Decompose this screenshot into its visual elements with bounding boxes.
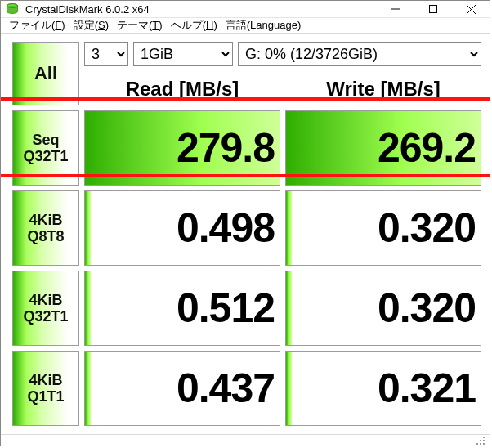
menu-help[interactable]: ヘルプ(H)	[168, 18, 221, 33]
test-button-seq-q32t1[interactable]: Seq Q32T1	[12, 110, 79, 186]
menu-settings[interactable]: 設定(S)	[70, 18, 112, 33]
app-icon	[4, 1, 20, 17]
svg-rect-7	[480, 440, 481, 441]
header-read: Read [MB/s]	[84, 73, 280, 105]
write-value-4kib-q1t1: 0.321	[285, 351, 481, 426]
window-title: CrystalDiskMark 6.0.2 x64	[25, 3, 377, 16]
menu-file[interactable]: ファイル(F)	[6, 18, 69, 33]
read-value-seq-q32t1: 279.8	[84, 110, 280, 186]
write-value-4kib-q8t8: 0.320	[285, 190, 481, 266]
svg-rect-6	[483, 437, 485, 438]
menu-language[interactable]: 言語(Language)	[222, 18, 305, 33]
svg-rect-11	[483, 443, 485, 445]
menu-theme[interactable]: テーマ(T)	[114, 18, 166, 33]
read-value-4kib-q8t8: 0.498	[84, 190, 280, 266]
minimize-button[interactable]	[377, 1, 414, 17]
statusbar	[1, 434, 490, 446]
menubar: ファイル(F) 設定(S) テーマ(T) ヘルプ(H) 言語(Language)	[1, 18, 490, 34]
runs-select[interactable]: 3	[84, 42, 128, 66]
content-grid: All 3 1GiB G: 0% (12/3726GiB) Read [MB/s…	[1, 34, 490, 434]
maximize-button[interactable]	[414, 1, 452, 17]
read-value-4kib-q1t1: 0.437	[84, 351, 280, 426]
write-value-4kib-q32t1: 0.320	[285, 271, 481, 346]
svg-rect-10	[480, 443, 481, 445]
test-button-4kib-q8t8[interactable]: 4KiB Q8T8	[12, 190, 79, 266]
all-button[interactable]: All	[12, 42, 79, 105]
titlebar: CrystalDiskMark 6.0.2 x64	[1, 1, 490, 18]
svg-rect-9	[476, 443, 478, 445]
test-button-4kib-q1t1[interactable]: 4KiB Q1T1	[12, 351, 79, 426]
resize-grip-icon[interactable]	[475, 435, 486, 446]
drive-select[interactable]: G: 0% (12/3726GiB)	[238, 42, 481, 66]
read-value-4kib-q32t1: 0.512	[84, 271, 280, 346]
header-write: Write [MB/s]	[285, 73, 481, 105]
svg-rect-8	[483, 440, 485, 441]
svg-rect-3	[430, 6, 437, 13]
close-button[interactable]	[452, 1, 490, 17]
size-select[interactable]: 1GiB	[133, 42, 233, 66]
test-button-4kib-q32t1[interactable]: 4KiB Q32T1	[12, 271, 79, 346]
write-value-seq-q32t1: 269.2	[285, 110, 481, 186]
